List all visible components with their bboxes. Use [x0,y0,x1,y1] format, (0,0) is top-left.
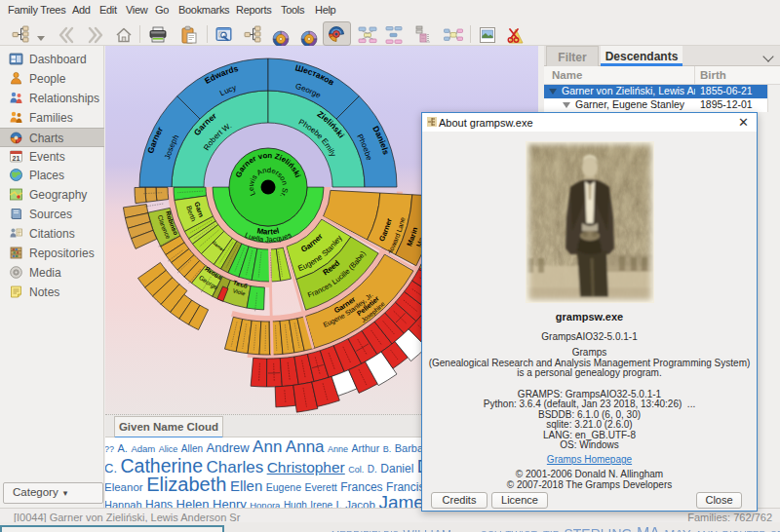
svg-text:21: 21 [13,155,20,162]
